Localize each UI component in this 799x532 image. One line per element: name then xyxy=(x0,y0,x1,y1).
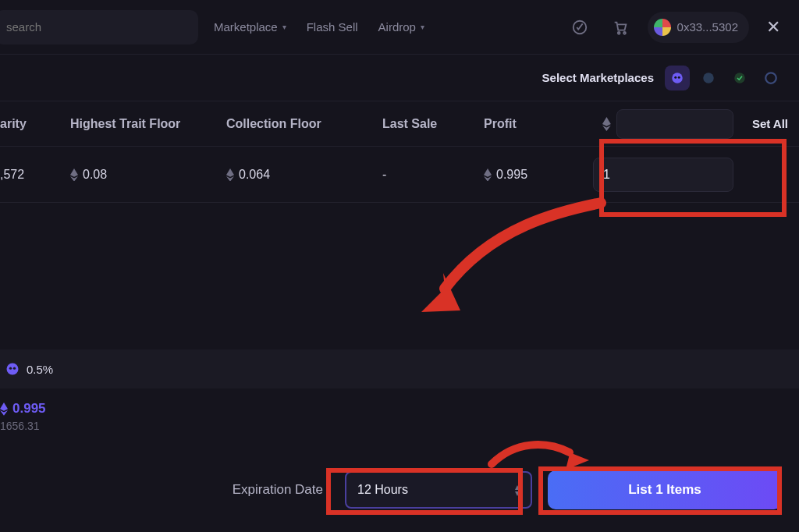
col-profit-header: Profit xyxy=(484,117,585,131)
svg-point-4 xyxy=(674,76,676,78)
marketplace-fee-icon xyxy=(5,361,20,377)
chevron-down-icon: ▾ xyxy=(282,23,286,31)
eth-icon xyxy=(226,168,234,181)
chevron-down-icon: ▾ xyxy=(421,23,424,31)
fee-row: 0.5% xyxy=(0,349,799,388)
nav-marketplace[interactable]: Marketplace ▾ xyxy=(214,20,286,34)
eth-icon xyxy=(484,168,492,181)
marketplace-option-blur[interactable] xyxy=(665,66,690,90)
expiration-label: Expiration Date xyxy=(233,482,323,498)
eth-icon xyxy=(602,117,612,131)
svg-point-7 xyxy=(734,73,745,83)
col-lastsale-header: Last Sale xyxy=(382,117,484,131)
fee-percent: 0.5% xyxy=(27,363,53,376)
svg-point-6 xyxy=(703,73,714,83)
expiration-select[interactable]: 12 Hours ▴▾ xyxy=(345,471,532,509)
cell-profit: 0.995 xyxy=(484,168,585,182)
nav-airdrop-label: Airdrop xyxy=(378,20,416,34)
row-price-input[interactable] xyxy=(593,158,733,192)
wallet-button[interactable]: 0x33...5302 xyxy=(648,12,749,43)
marketplace-option-3[interactable] xyxy=(727,66,752,90)
total-usd: 1656.31 xyxy=(0,420,46,432)
expiration-value: 12 Hours xyxy=(357,483,408,497)
col-htf-header: Highest Trait Floor xyxy=(70,117,226,131)
svg-point-3 xyxy=(672,73,683,83)
list-items-button[interactable]: List 1 Items xyxy=(548,470,782,509)
cell-rarity: ,572 xyxy=(0,168,70,182)
set-all-price-input[interactable] xyxy=(616,109,733,139)
svg-point-1 xyxy=(617,31,620,34)
stepper-icon: ▴▾ xyxy=(515,484,520,496)
nav-flashsell[interactable]: Flash Sell xyxy=(307,20,358,34)
annotation-arrow-1 xyxy=(406,195,609,328)
nav-airdrop[interactable]: Airdrop ▾ xyxy=(378,20,424,34)
svg-point-10 xyxy=(9,367,12,370)
svg-point-2 xyxy=(623,31,626,34)
set-all-button[interactable]: Set All xyxy=(733,117,796,130)
nav-flashsell-label: Flash Sell xyxy=(307,20,358,34)
search-input[interactable] xyxy=(6,20,187,34)
marketplace-option-4[interactable] xyxy=(758,66,783,90)
table-row: ,572 0.08 0.064 - 0.995 xyxy=(0,147,799,203)
eth-icon xyxy=(0,403,8,415)
wallet-address: 0x33...5302 xyxy=(677,20,738,34)
nav-marketplace-label: Marketplace xyxy=(214,20,278,34)
activity-icon[interactable] xyxy=(566,14,593,41)
cart-icon[interactable] xyxy=(607,14,634,41)
wallet-avatar-icon xyxy=(654,19,671,36)
marketplace-option-2[interactable] xyxy=(696,66,721,90)
svg-point-9 xyxy=(7,364,19,375)
col-cfloor-header: Collection Floor xyxy=(226,117,382,131)
svg-point-8 xyxy=(765,73,776,83)
eth-icon xyxy=(70,168,78,181)
search-input-wrap[interactable] xyxy=(0,10,198,44)
select-marketplaces-label: Select Marketplaces xyxy=(542,71,654,84)
cell-lastsale: - xyxy=(382,168,484,182)
close-icon[interactable]: ✕ xyxy=(763,14,783,41)
svg-point-5 xyxy=(678,76,680,78)
cell-htf: 0.08 xyxy=(70,168,226,182)
cell-cfloor: 0.064 xyxy=(226,168,382,182)
col-rarity-header: arity xyxy=(0,117,70,131)
total-eth: 0.995 xyxy=(0,401,46,417)
svg-point-11 xyxy=(13,367,16,370)
